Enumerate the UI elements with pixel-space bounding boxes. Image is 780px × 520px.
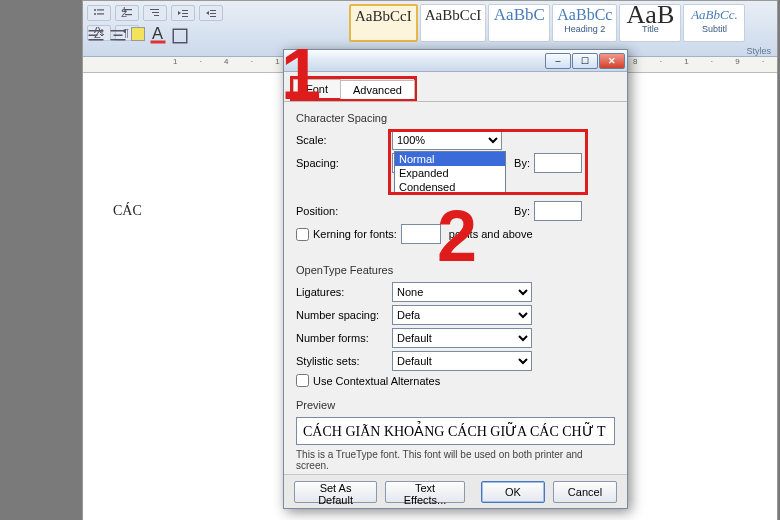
svg-rect-14 <box>210 10 216 11</box>
contextual-alternates-label: Use Contextual Alternates <box>313 375 440 387</box>
numbering-icon[interactable]: 12 <box>115 5 139 21</box>
svg-text:A: A <box>152 27 163 42</box>
style-sample: AaBbCc. <box>688 6 740 24</box>
svg-rect-20 <box>89 30 104 32</box>
kerning-suffix: points and above <box>449 228 533 240</box>
style-sample: AaBbCcI <box>355 7 412 25</box>
svg-rect-28 <box>173 29 187 43</box>
ok-button[interactable]: OK <box>481 481 545 503</box>
svg-point-2 <box>94 13 96 15</box>
text-effects-button[interactable]: Text Effects... <box>385 481 465 503</box>
align-center-icon[interactable] <box>109 27 127 47</box>
kerning-spinner[interactable] <box>401 224 441 244</box>
kerning-label: Kerning for fonts: <box>313 228 397 240</box>
preview-box: CÁCH GIÃN KHOẢNG CÁCH GIỮA CÁC CHỮ T <box>296 417 615 445</box>
multilevel-icon[interactable] <box>143 5 167 21</box>
tab-advanced[interactable]: Advanced <box>340 80 415 99</box>
scale-label: Scale: <box>296 134 388 146</box>
align-left-icon[interactable] <box>87 27 105 47</box>
number-spacing-combo[interactable]: Defa <box>392 305 532 325</box>
num-spacing-label: Number spacing: <box>296 309 388 321</box>
svg-rect-9 <box>152 12 159 13</box>
spacing-option-condensed[interactable]: Condensed <box>395 180 505 194</box>
svg-rect-1 <box>97 9 104 10</box>
contextual-alternates-checkbox[interactable] <box>296 374 309 387</box>
svg-rect-10 <box>154 15 159 16</box>
dialog-titlebar[interactable]: – ☐ ✕ <box>284 50 627 72</box>
svg-rect-7 <box>125 14 132 15</box>
styles-group-label: Styles <box>746 46 771 56</box>
font-dialog: – ☐ ✕ Font Advanced Character Spacing Sc… <box>283 49 628 509</box>
svg-rect-8 <box>150 9 159 10</box>
style-chip[interactable]: AaBbC <box>488 4 550 42</box>
svg-rect-25 <box>111 39 126 41</box>
svg-rect-15 <box>210 13 216 14</box>
stylistic-sets-combo[interactable]: Default <box>392 351 532 371</box>
ligatures-combo[interactable]: None <box>392 282 532 302</box>
indent-dec-icon[interactable] <box>171 5 195 21</box>
character-spacing-group: Character Spacing Scale: 100% Spacing: N… <box>296 110 615 244</box>
svg-rect-11 <box>182 10 188 11</box>
svg-rect-16 <box>210 16 216 17</box>
svg-rect-21 <box>89 35 98 37</box>
font-color-icon[interactable]: A <box>149 27 167 47</box>
section-title: OpenType Features <box>296 264 615 276</box>
kerning-checkbox[interactable] <box>296 228 309 241</box>
preview-group: Preview CÁCH GIÃN KHOẢNG CÁCH GIỮA CÁC C… <box>296 397 615 471</box>
position-by-spinner[interactable] <box>534 201 582 221</box>
close-button[interactable]: ✕ <box>599 53 625 69</box>
by-label: By: <box>506 205 530 217</box>
spacing-label: Spacing: <box>296 157 388 169</box>
spacing-option-expanded[interactable]: Expanded <box>395 166 505 180</box>
styles-gallery[interactable]: AaBbCcI AaBbCcI AaBbC AaBbCcHeading 2 Aa… <box>349 3 745 43</box>
opentype-group: OpenType Features Ligatures:None Number … <box>296 262 615 387</box>
dialog-tabs: Font Advanced <box>284 72 627 102</box>
set-default-button[interactable]: Set As Default <box>294 481 377 503</box>
style-chip[interactable]: AaBbCc.Subtitl <box>683 4 745 42</box>
scale-combo[interactable]: 100% <box>392 130 502 150</box>
svg-rect-23 <box>111 30 126 32</box>
svg-text:2: 2 <box>121 7 127 19</box>
section-title: Character Spacing <box>296 112 615 124</box>
style-sample: AaBbC <box>493 6 545 24</box>
minimize-button[interactable]: – <box>545 53 571 69</box>
by-label: By: <box>506 157 530 169</box>
dialog-body: Character Spacing Scale: 100% Spacing: N… <box>284 102 627 498</box>
svg-rect-22 <box>89 39 104 41</box>
cancel-button[interactable]: Cancel <box>553 481 617 503</box>
svg-rect-13 <box>182 16 188 17</box>
tab-font[interactable]: Font <box>293 79 341 98</box>
style-sample: AaBbCcI <box>425 6 482 24</box>
style-sample: AaB <box>624 6 676 24</box>
spacing-by-spinner[interactable] <box>534 153 582 173</box>
doc-text-left: CÁC <box>113 203 142 219</box>
position-label: Position: <box>296 205 388 217</box>
style-chip[interactable]: AaBTitle <box>619 4 681 42</box>
svg-rect-27 <box>151 41 166 44</box>
svg-rect-24 <box>114 35 123 37</box>
bullets-icon[interactable] <box>87 5 111 21</box>
indent-inc-icon[interactable] <box>199 5 223 21</box>
style-chip[interactable]: AaBbCcHeading 2 <box>552 4 617 42</box>
svg-rect-3 <box>97 13 104 14</box>
section-title: Preview <box>296 399 615 411</box>
tabs-annotation-box: Font Advanced <box>290 76 417 101</box>
num-forms-label: Number forms: <box>296 332 388 344</box>
number-forms-combo[interactable]: Default <box>392 328 532 348</box>
style-caption: Heading 2 <box>557 24 612 34</box>
borders-icon[interactable] <box>171 27 189 47</box>
spacing-option-normal[interactable]: Normal <box>395 152 505 166</box>
preview-caption: This is a TrueType font. This font will … <box>296 449 615 471</box>
maximize-button[interactable]: ☐ <box>572 53 598 69</box>
style-sample: AaBbCc <box>557 6 612 24</box>
style-chip[interactable]: AaBbCcI <box>420 4 487 42</box>
spacing-dropdown-list[interactable]: Normal Expanded Condensed <box>394 151 506 195</box>
style-caption: Subtitl <box>688 24 740 34</box>
paragraph-row2: A <box>87 27 189 47</box>
ligatures-label: Ligatures: <box>296 286 388 298</box>
dialog-button-bar: Set As Default Text Effects... OK Cancel <box>284 474 627 508</box>
svg-rect-12 <box>182 13 188 14</box>
shading-swatch[interactable] <box>131 27 145 41</box>
stylistic-label: Stylistic sets: <box>296 355 388 367</box>
style-chip-selected[interactable]: AaBbCcI <box>349 4 418 42</box>
